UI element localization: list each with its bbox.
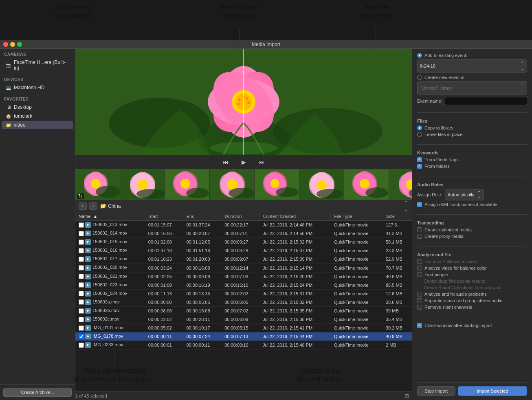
table-row[interactable]: ▶150802_014.mov00:00:16:0600:00:23:0700:… — [75, 229, 412, 238]
find-people-checkbox[interactable] — [417, 272, 422, 277]
row-checkbox[interactable] — [79, 334, 84, 339]
table-row[interactable]: ▶150802c.mov00:00:22:0200:00:28:1100:00:… — [75, 315, 412, 324]
cell-name[interactable]: ▶150802_014.mov — [75, 229, 145, 238]
filmstrip-item[interactable] — [344, 169, 389, 200]
sidebar-item-desktop[interactable]: 🖥 Desktop — [2, 103, 73, 111]
row-checkbox[interactable] — [79, 317, 84, 322]
cell-name[interactable]: ▶150802_023.mov — [75, 281, 145, 289]
analyze-audio-checkbox[interactable] — [417, 292, 422, 297]
col-start[interactable]: Start — [145, 212, 183, 221]
table-row[interactable]: ▶150802_021.mov00:00:02:0500:00:09:0800:… — [75, 272, 412, 281]
sidebar-item-macintosh-hd[interactable]: 💻 Macintosh HD — [2, 84, 73, 92]
row-checkbox[interactable] — [79, 257, 84, 262]
filmstrip-item[interactable] — [389, 169, 412, 200]
row-checkbox[interactable] — [79, 231, 84, 236]
filmstrip-item[interactable] — [120, 169, 165, 200]
table-row[interactable]: ▶150802_020.mov00:00:03:2400:00:16:0800:… — [75, 264, 412, 272]
add-to-event-radio[interactable] — [417, 53, 422, 58]
cell-name[interactable]: ▶150802_020.mov — [75, 264, 145, 272]
sort-dropdown-arrow[interactable]: ⌃⌄ — [404, 200, 409, 213]
table-row[interactable]: ▶150802_015.mov00:01:02:0800:01:12:0500:… — [75, 238, 412, 246]
from-folders-checkbox[interactable] — [417, 164, 422, 169]
table-row[interactable]: ▶150802_013.mov00:01:15:0700:01:37:2400:… — [75, 221, 412, 229]
skip-back-button[interactable]: ⏮ — [220, 157, 232, 167]
cell-name[interactable]: ▶150802_013.mov — [75, 221, 145, 229]
filmstrip-item[interactable] — [255, 169, 299, 200]
separate-mono-checkbox[interactable] — [417, 298, 422, 303]
col-duration[interactable]: Duration — [221, 212, 259, 221]
row-checkbox[interactable] — [79, 308, 84, 314]
table-row[interactable]: ▶IMG_0233.mov00:00:00:0100:00:00:1100:00… — [75, 341, 412, 349]
col-name[interactable]: Name ▲ — [75, 212, 145, 221]
row-checkbox[interactable] — [79, 222, 84, 228]
filmstrip-item[interactable] — [210, 169, 255, 200]
play-button[interactable]: ▶ — [238, 157, 249, 167]
table-row[interactable]: ▶150802_017.mov00:01:10:2300:01:20:0000:… — [75, 255, 412, 264]
cell-name[interactable]: ▶150802_021.mov — [75, 272, 145, 281]
assign-role-dropdown[interactable]: Automatically ⌃⌄ — [445, 189, 484, 200]
row-checkbox[interactable] — [79, 343, 84, 348]
table-row[interactable]: ▶150802_023.mov00:00:01:0900:00:16:1900:… — [75, 281, 412, 289]
col-content-created[interactable]: Content Created — [259, 212, 331, 221]
create-new-event-radio[interactable] — [417, 75, 422, 80]
skip-forward-button[interactable]: ⏭ — [256, 157, 268, 167]
cell-name[interactable]: ▶IMG_0178.mov — [75, 332, 145, 341]
new-library-dropdown[interactable]: "Untitled" library ⌃⌄ — [417, 81, 527, 95]
remove-silent-checkbox[interactable] — [417, 305, 422, 310]
grid-icon[interactable]: ⊞ — [404, 393, 409, 399]
create-archive-button[interactable]: Create Archive... — [3, 388, 72, 397]
row-checkbox[interactable] — [79, 274, 84, 279]
analyze-balance-checkbox[interactable] — [417, 266, 422, 270]
cell-name[interactable]: ▶150802_016.mov — [75, 246, 145, 255]
close-window-checkbox[interactable] — [417, 323, 422, 328]
optimized-media-checkbox[interactable] — [417, 227, 422, 232]
table-row[interactable]: ▶150802_016.mov00:01:47:1800:01:51:1600:… — [75, 246, 412, 255]
cell-name[interactable]: ▶150802a.mov — [75, 298, 145, 306]
cell-name[interactable]: ▶IMG_0233.mov — [75, 341, 145, 349]
event-name-input[interactable] — [445, 97, 527, 105]
row-checkbox[interactable] — [79, 282, 84, 288]
copy-to-library-radio[interactable] — [417, 125, 422, 130]
table-row[interactable]: ▶IMG_0131.mov00:00:05:0200:00:10:1700:00… — [75, 324, 412, 332]
filmstrip[interactable]: 7s — [75, 169, 412, 200]
col-file-type[interactable]: File Type — [331, 212, 383, 221]
col-end[interactable]: End — [183, 212, 222, 221]
remove-pulldown-checkbox[interactable] — [417, 259, 422, 264]
file-table-container[interactable]: Name ▲ Start End Duration Content Create… — [75, 212, 412, 391]
cell-name[interactable]: ▶IMG_0131.mov — [75, 324, 145, 332]
table-row[interactable]: ▶IMG_0178.mov00:00:00:1100:00:07:2400:00… — [75, 332, 412, 341]
row-checkbox[interactable] — [79, 248, 84, 253]
event-dropdown[interactable]: 8-24-16 ⌃⌄ — [417, 59, 527, 73]
cell-name[interactable]: ▶150802c.mov — [75, 315, 145, 324]
forward-button[interactable]: › — [89, 202, 97, 210]
row-checkbox[interactable] — [79, 265, 84, 270]
table-row[interactable]: ▶150802b.mov00:00:08:0600:00:15:0800:00:… — [75, 306, 412, 315]
back-button[interactable]: ‹ — [79, 202, 87, 210]
filmstrip-item[interactable] — [165, 169, 210, 200]
table-row[interactable]: ▶150802a.mov00:00:00:0000:00:05:0500:00:… — [75, 298, 412, 306]
filmstrip-item[interactable] — [299, 169, 344, 200]
table-row[interactable]: ▶150802_024.mov00:00:11:1300:00:13:1500:… — [75, 289, 412, 298]
sidebar-item-tomclark[interactable]: 🏠 tomclark — [2, 112, 73, 120]
close-button[interactable] — [3, 42, 8, 47]
cell-name[interactable]: ▶150802_015.mov — [75, 238, 145, 246]
col-size[interactable]: Size — [383, 212, 412, 221]
cell-name[interactable]: ▶150802b.mov — [75, 306, 145, 315]
cell-name[interactable]: ▶150802_017.mov — [75, 255, 145, 264]
ixml-checkbox[interactable] — [417, 202, 422, 207]
proxy-media-checkbox[interactable] — [417, 234, 422, 239]
leave-files-radio[interactable] — [417, 132, 422, 137]
row-checkbox[interactable] — [79, 240, 84, 245]
finder-tags-checkbox[interactable] — [417, 157, 422, 162]
maximize-button[interactable] — [17, 42, 22, 47]
stop-import-button[interactable]: Stop Import — [417, 386, 455, 396]
row-checkbox[interactable] — [79, 291, 84, 296]
row-checkbox[interactable] — [79, 325, 84, 331]
row-checkbox[interactable] — [79, 299, 84, 305]
import-selected-button[interactable]: Import Selected — [458, 386, 527, 396]
sidebar-item-video[interactable]: 📁 video — [2, 121, 73, 129]
filmstrip-item[interactable]: 7s — [75, 169, 120, 200]
sidebar-item-facetime[interactable]: 📷 FaceTime H...era (Built-in) — [2, 58, 73, 72]
minimize-button[interactable] — [10, 42, 15, 47]
cell-name[interactable]: ▶150802_024.mov — [75, 289, 145, 298]
